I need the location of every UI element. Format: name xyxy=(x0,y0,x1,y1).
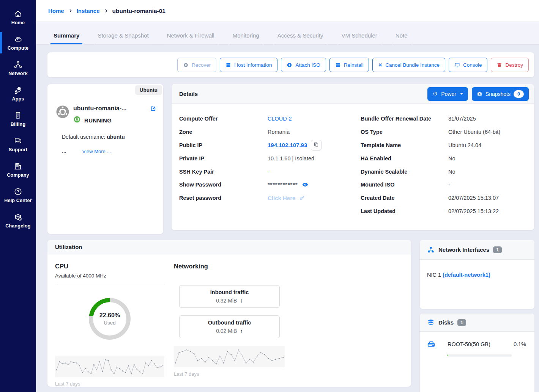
disk-name: ROOT-50(50 GB) xyxy=(448,341,510,347)
tab-note[interactable]: Note xyxy=(392,26,411,44)
reinstall-button[interactable]: Reinstall xyxy=(329,58,369,72)
copy-icon xyxy=(314,142,319,148)
detail-row-compute-offer: Compute Offer CLOUD-2 xyxy=(179,112,361,125)
network-sparkline-chart xyxy=(174,346,285,367)
sidebar-item-apps[interactable]: Apps xyxy=(0,81,36,106)
up-arrow-icon: ↑ xyxy=(240,328,243,334)
edit-icon[interactable] xyxy=(150,105,156,112)
eye-icon[interactable] xyxy=(302,181,309,188)
chevron-right-icon xyxy=(68,8,73,13)
view-more-link[interactable]: View More ... xyxy=(82,149,111,154)
inbound-traffic-box: Inbound traffic 0.32 MiB ↑ xyxy=(179,285,280,308)
instance-card: Ubuntu ubuntu-romania-... xyxy=(47,84,163,234)
tab-access-security[interactable]: Access & Security xyxy=(274,26,326,44)
instance-name: ubuntu-romania-... xyxy=(73,105,126,112)
public-ip-link[interactable]: 194.102.107.93 xyxy=(268,142,307,148)
cpu-percent: 22.60% xyxy=(99,312,120,319)
copy-ip-button[interactable] xyxy=(311,140,322,151)
sidebar-item-company[interactable]: Company xyxy=(0,157,36,182)
detail-row-reset-password: Reset password Click Here xyxy=(179,191,361,205)
power-status-icon xyxy=(73,116,81,125)
plus-circle-icon xyxy=(287,62,292,68)
chat-icon xyxy=(14,136,23,145)
tab-monitoring[interactable]: Monitoring xyxy=(230,26,262,44)
recover-button[interactable]: Recover xyxy=(177,58,216,72)
os-badge: Ubuntu xyxy=(135,85,162,95)
nic-network-link[interactable]: (default-network1) xyxy=(443,272,490,278)
breadcrumb-instance-link[interactable]: Instance xyxy=(77,8,100,14)
caret-down-icon xyxy=(460,93,463,95)
home-icon xyxy=(14,9,23,18)
cpu-usage-donut-chart: 22.60% Used xyxy=(89,298,131,340)
building-icon xyxy=(14,162,23,171)
network-interfaces-card: Network Interfaces 1 NIC 1 (default-netw… xyxy=(420,240,534,309)
database-icon xyxy=(427,319,435,326)
sidebar-item-support[interactable]: Support xyxy=(0,132,36,157)
network-interfaces-title: Network Interfaces xyxy=(438,246,489,253)
detail-row-last-updated: Last Updated 02/07/2025 15:13:22 xyxy=(361,205,526,218)
reset-password-link[interactable]: Click Here xyxy=(268,195,295,201)
tab-network-firewall[interactable]: Network & Firewall xyxy=(164,26,217,44)
network-last7-label: Last 7 days xyxy=(174,371,285,377)
networking-block: Networking Inbound traffic 0.32 MiB ↑ Ou… xyxy=(174,263,285,387)
attach-iso-button[interactable]: Attach ISO xyxy=(281,58,326,72)
sitemap-icon xyxy=(427,246,435,254)
details-card: Details Power Snapshots 0 xyxy=(172,84,534,230)
power-button[interactable]: Power xyxy=(427,87,468,101)
cancel-bundle-instance-button[interactable]: ✕ Cancel Bundle Instance xyxy=(372,58,445,72)
hard-drive-icon xyxy=(427,340,435,348)
tab-summary[interactable]: Summary xyxy=(50,26,82,44)
sidebar-item-home[interactable]: Home xyxy=(0,5,36,30)
sidebar-item-network[interactable]: Network xyxy=(0,55,36,81)
detail-row-show-password: Show Password ************ xyxy=(179,178,361,191)
receipt-icon xyxy=(14,111,23,120)
inbound-traffic-value: 0.32 MiB xyxy=(216,298,237,304)
disk-usage-percent: 0.1% xyxy=(514,341,526,347)
detail-row-os-type: OS Type Other Ubuntu (64-bit) xyxy=(361,125,526,139)
sidebar-item-changelog[interactable]: Changelog xyxy=(0,208,36,233)
detail-row-dynamic-scalable: Dynamic Scalable No xyxy=(361,165,526,178)
nic-count-badge: 1 xyxy=(493,246,502,253)
cpu-heading: CPU xyxy=(55,263,164,270)
snapshots-button[interactable]: Snapshots 0 xyxy=(472,87,529,101)
detail-row-zone: Zone Romania xyxy=(179,125,361,139)
sidebar-item-compute[interactable]: Compute xyxy=(0,30,36,55)
compute-offer-link[interactable]: CLOUD-2 xyxy=(268,116,292,122)
question-circle-icon xyxy=(14,187,23,196)
details-right-column: Bundle Offer Renewal Date 31/07/2025 OS … xyxy=(361,112,526,218)
disks-card: Disks 1 ROOT-50(50 GB) 0.1% xyxy=(420,314,534,392)
host-information-button[interactable]: Host Information xyxy=(220,58,277,72)
power-icon xyxy=(432,91,438,97)
server-stack-icon xyxy=(225,62,231,68)
sidebar: Home Compute Network Apps Billing xyxy=(0,0,36,392)
ellipsis-text: ... xyxy=(62,148,66,154)
outbound-traffic-value: 0.02 MiB xyxy=(216,328,237,334)
sidebar-item-billing[interactable]: Billing xyxy=(0,106,36,132)
breadcrumb-home-link[interactable]: Home xyxy=(48,8,64,14)
networking-heading: Networking xyxy=(174,263,285,270)
up-arrow-icon: ↑ xyxy=(240,297,243,304)
detail-row-template-name: Template Name Ubuntu 24.04 xyxy=(361,139,526,152)
tab-vm-scheduler[interactable]: VM Scheduler xyxy=(339,26,380,44)
details-left-column: Compute Offer CLOUD-2 Zone Romania Publi… xyxy=(179,112,361,218)
detail-row-ssh-key-pair: SSH Key Pair - xyxy=(179,165,361,178)
disks-title: Disks xyxy=(438,319,454,326)
nic-label: NIC 1 xyxy=(427,272,443,278)
detail-row-created-date: Created Date 02/07/2025 15:13:07 xyxy=(361,191,526,205)
x-icon: ✕ xyxy=(378,62,382,68)
cpu-last7-label: Last 7 days xyxy=(55,381,164,387)
life-ring-icon xyxy=(183,62,189,68)
server-stack-icon xyxy=(335,62,341,68)
monitor-icon xyxy=(454,62,460,68)
tab-storage-snapshot[interactable]: Storage & Snapshot xyxy=(95,26,151,44)
rocket-icon xyxy=(14,85,23,94)
sidebar-item-help-center[interactable]: Help Center xyxy=(0,182,36,208)
camera-icon xyxy=(477,91,482,97)
status-badge: RUNNING xyxy=(84,117,112,124)
console-button[interactable]: Console xyxy=(449,58,488,72)
destroy-button[interactable]: Destroy xyxy=(491,58,529,72)
details-title: Details xyxy=(179,91,198,97)
default-username: Default username: ubuntu xyxy=(47,125,163,140)
disks-count-badge: 1 xyxy=(457,319,466,326)
ubuntu-logo-icon xyxy=(56,105,69,125)
